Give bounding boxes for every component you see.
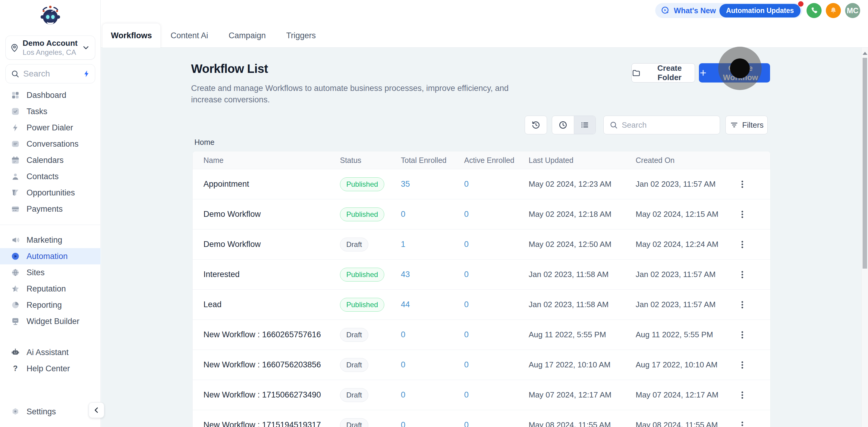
tab-content-ai[interactable]: Content Ai (160, 24, 218, 47)
sidebar-item-automation[interactable]: Automation (0, 248, 101, 264)
total-enrolled-link[interactable]: 0 (401, 390, 464, 400)
sidebar-item-reputation[interactable]: Reputation (0, 281, 101, 297)
row-menu-button[interactable] (735, 388, 749, 402)
phone-button[interactable] (807, 3, 822, 18)
whats-new-pill[interactable]: What's New Automation Updates (655, 3, 802, 18)
status-badge: Draft (340, 418, 368, 427)
sidebar-item-calendars[interactable]: Calendars (0, 152, 101, 168)
total-enrolled-link[interactable]: 43 (401, 270, 464, 279)
sidebar-item-sites[interactable]: Sites (0, 264, 101, 281)
workflow-name[interactable]: Demo Workflow (204, 209, 340, 219)
recent-view-toggle[interactable] (552, 116, 574, 134)
sidebar-item-payments[interactable]: Payments (0, 201, 101, 217)
active-enrolled-link[interactable]: 0 (464, 360, 529, 369)
sidebar-item-contacts[interactable]: Contacts (0, 168, 101, 185)
status-cell: Draft (340, 388, 401, 402)
total-enrolled-link[interactable]: 1 (401, 240, 464, 249)
sidebar-item-label: Payments (27, 204, 63, 214)
row-menu-button[interactable] (735, 267, 749, 282)
workflow-name[interactable]: Demo Workflow (204, 240, 340, 249)
avatar[interactable]: MC (845, 3, 860, 18)
active-enrolled-link[interactable]: 0 (464, 390, 529, 400)
version-history-button[interactable] (525, 116, 547, 134)
breadcrumb[interactable]: Home (194, 138, 215, 146)
total-enrolled-link[interactable]: 0 (401, 209, 464, 219)
total-enrolled-link[interactable]: 0 (401, 420, 464, 427)
active-enrolled-link[interactable]: 0 (464, 300, 529, 309)
sidebar-search[interactable] (5, 64, 95, 84)
status-cell: Draft (340, 238, 401, 252)
table-row: Demo WorkflowPublished00May 02 2024, 12:… (193, 199, 770, 229)
calendars-icon (11, 156, 20, 165)
workflow-name[interactable]: New Workflow : 1715066273490 (204, 390, 340, 400)
sidebar-item-settings[interactable]: Settings (0, 403, 101, 420)
account-switcher[interactable]: Demo Account Los Angeles, CA (5, 36, 95, 60)
list-view-toggle[interactable] (574, 116, 596, 134)
column-header-created-on: Created On (636, 156, 735, 165)
tab-triggers[interactable]: Triggers (276, 24, 326, 47)
scrollbar-up-arrow-icon[interactable] (863, 52, 867, 55)
chevron-down-icon (82, 43, 90, 52)
total-enrolled-link[interactable]: 0 (401, 330, 464, 339)
last-updated: May 02 2024, 12:50 AM (529, 240, 636, 249)
sidebar-item-power-dialer[interactable]: Power Dialer (0, 120, 101, 136)
active-enrolled-link[interactable]: 0 (464, 240, 529, 249)
sidebar-search-input[interactable] (23, 69, 79, 78)
scrollbar-thumb[interactable] (863, 58, 867, 269)
sidebar-collapse-button[interactable] (89, 402, 104, 418)
workflow-name[interactable]: Interested (204, 270, 340, 279)
total-enrolled-link[interactable]: 44 (401, 300, 464, 309)
workflow-table: NameStatusTotal EnrolledActive EnrolledL… (193, 152, 770, 427)
sidebar-item-ai-assistant[interactable]: Ai Assistant (0, 344, 101, 360)
workflow-name[interactable]: New Workflow : 1660265757616 (204, 330, 340, 339)
app-logo-robot-icon (38, 4, 63, 28)
main-content: Workflow List Create and manage Workflow… (101, 47, 868, 427)
tasks-icon (11, 107, 20, 116)
workflow-name[interactable]: New Workflow : 1715194519317 (204, 420, 340, 427)
row-menu-button[interactable] (735, 328, 749, 342)
row-menu-button[interactable] (735, 358, 749, 372)
sidebar-item-opportunities[interactable]: Opportunities (0, 185, 101, 201)
total-enrolled-link[interactable]: 35 (401, 179, 464, 189)
automation-updates-badge[interactable]: Automation Updates (719, 4, 801, 18)
sidebar-item-marketing[interactable]: Marketing (0, 232, 101, 248)
sidebar-item-dashboard[interactable]: Dashboard (0, 87, 101, 103)
active-enrolled-link[interactable]: 0 (464, 330, 529, 339)
sidebar-item-conversations[interactable]: Conversations (0, 136, 101, 152)
workflow-search-input[interactable] (622, 121, 714, 130)
sidebar-item-help-center[interactable]: ?Help Center (0, 360, 101, 377)
table-row: New Workflow : 1660265757616Draft00Aug 1… (193, 320, 770, 350)
page-subtitle: Create and manage Workflows to automate … (191, 83, 538, 105)
workflow-name[interactable]: Lead (204, 300, 340, 309)
sidebar-item-label: Calendars (27, 156, 64, 165)
row-menu-button[interactable] (735, 177, 749, 192)
phone-icon (810, 6, 818, 15)
tab-workflows[interactable]: Workflows (102, 24, 160, 47)
workflow-name[interactable]: Appointment (204, 179, 340, 189)
vertical-scrollbar[interactable] (861, 47, 868, 427)
row-menu-button[interactable] (735, 297, 749, 312)
workflow-search[interactable] (603, 116, 720, 134)
active-enrolled-link[interactable]: 0 (464, 209, 529, 219)
last-updated: Jan 02 2023, 11:58 AM (529, 300, 636, 309)
filters-button[interactable]: Filters (725, 116, 768, 134)
active-enrolled-link[interactable]: 0 (464, 179, 529, 189)
sidebar-item-tasks[interactable]: Tasks (0, 103, 101, 120)
status-badge: Draft (340, 238, 368, 252)
active-enrolled-link[interactable]: 0 (464, 420, 529, 427)
whats-new-play-icon (661, 6, 670, 15)
row-menu-button[interactable] (735, 418, 749, 427)
workflow-name[interactable]: New Workflow : 1660756203856 (204, 360, 340, 369)
sidebar-menu-marketing: MarketingAutomationSitesReputationReport… (0, 232, 101, 329)
active-enrolled-link[interactable]: 0 (464, 270, 529, 279)
total-enrolled-link[interactable]: 0 (401, 360, 464, 369)
notifications-button[interactable] (826, 3, 841, 18)
row-menu-button[interactable] (735, 207, 749, 222)
sidebar-item-reporting[interactable]: Reporting (0, 297, 101, 313)
create-folder-button[interactable]: Create Folder (631, 63, 695, 83)
row-menu-button[interactable] (735, 237, 749, 252)
tab-campaign[interactable]: Campaign (218, 24, 276, 47)
sidebar-item-widget-builder[interactable]: Widget Builder (0, 313, 101, 329)
column-header-name: Name (204, 156, 340, 165)
last-updated: Aug 17 2022, 10:10 AM (529, 360, 636, 369)
